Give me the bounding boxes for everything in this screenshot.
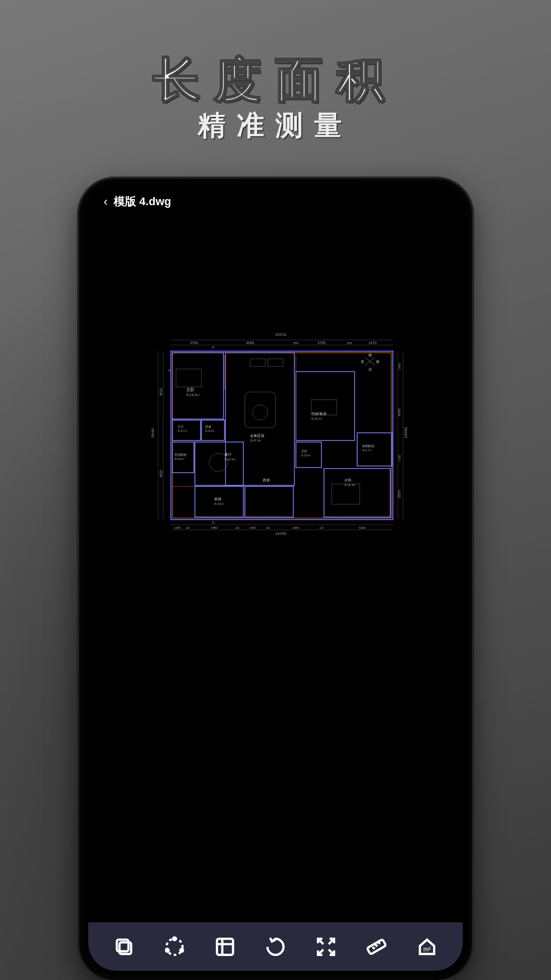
svg-rect-42 xyxy=(217,939,233,955)
svg-rect-16 xyxy=(226,353,294,485)
svg-point-41 xyxy=(166,949,168,951)
svg-rect-20 xyxy=(324,469,390,517)
svg-rect-26 xyxy=(250,359,265,366)
room-area-5: S:3.9㎡ xyxy=(214,502,224,505)
compass-e: 东 xyxy=(361,360,364,363)
room-label-11: 休闲阳台 xyxy=(362,445,374,448)
room-area-11: S:3.7㎡ xyxy=(362,449,372,452)
room-label-7: 西厨 xyxy=(263,478,270,482)
svg-rect-10 xyxy=(172,353,223,419)
svg-line-50 xyxy=(372,946,374,949)
dim-top-3: 2760 xyxy=(317,341,325,345)
svg-rect-14 xyxy=(195,442,243,485)
svg-rect-28 xyxy=(332,484,360,504)
room-area-6: S:47.3㎡ xyxy=(250,439,262,442)
dim-top-1: 4680 xyxy=(246,341,254,345)
phone-screen: ‹ 模版 4.dwg 15210 3700 4680 25 xyxy=(88,188,463,971)
bottom-toolbar: m² xyxy=(88,922,463,971)
dim-right-total: 10595 xyxy=(404,427,408,438)
dim-bottom-6: 2900 xyxy=(292,526,299,529)
room-area-3: S:3.6㎡ xyxy=(174,457,185,460)
dim-top-4: 250 xyxy=(347,341,353,345)
svg-point-23 xyxy=(253,405,268,420)
dim-top-0: 3700 xyxy=(190,341,198,345)
ruler-icon[interactable] xyxy=(366,936,387,958)
room-label-10: 次卧 xyxy=(344,478,352,482)
phone-mockup-frame: ‹ 模版 4.dwg 15210 3700 4680 25 xyxy=(79,179,472,980)
file-name-label: 模版 4.dwg xyxy=(114,194,171,209)
undo-icon[interactable] xyxy=(265,936,286,958)
room-label-0: 主卧 xyxy=(186,387,194,392)
svg-rect-15 xyxy=(195,486,243,517)
dim-bottom-0: 1355 xyxy=(174,526,181,529)
dim-right-0: 1450 xyxy=(398,363,401,370)
svg-rect-22 xyxy=(176,369,202,387)
room-label-4: 餐厅 xyxy=(224,453,232,456)
promo-title-sub: 精准测量 xyxy=(198,107,353,144)
room-area-0: S:14.3㎡ xyxy=(186,393,200,397)
svg-rect-29 xyxy=(245,392,276,428)
expand-icon[interactable] xyxy=(315,936,337,958)
dim-bottom-2: 3480 xyxy=(211,526,218,529)
svg-rect-17 xyxy=(245,486,293,517)
room-label-3: 生活阳台 xyxy=(174,453,187,456)
section-marker: A xyxy=(212,345,215,350)
dim-top-5: 1470 xyxy=(368,341,377,345)
layout-icon[interactable] xyxy=(214,936,236,958)
dim-bottom-3: 120 xyxy=(235,526,240,529)
circle-icon[interactable] xyxy=(164,936,185,958)
room-label-6: 会客区域 xyxy=(250,434,264,437)
dim-bottom-4: 1400 xyxy=(249,526,256,529)
room-label-5: 厨房 xyxy=(214,497,221,501)
dim-bottom-7: 120 xyxy=(319,526,324,529)
dim-top-2: 250 xyxy=(293,341,299,345)
dim-bottom-5: 120 xyxy=(266,526,270,529)
room-label-9: 书房/客房 xyxy=(311,412,327,415)
room-label-1: 卫卫 xyxy=(178,425,184,428)
compass-s: 南 xyxy=(368,353,372,357)
svg-rect-9 xyxy=(172,353,391,518)
room-area-4: S:10.9㎡ xyxy=(224,458,236,461)
dim-right-1: 4440 xyxy=(397,408,401,416)
section-marker: B xyxy=(168,368,171,373)
room-area-8: S:2.6㎡ xyxy=(301,454,311,457)
promo-title-main: 长度面积 xyxy=(153,48,398,112)
back-icon[interactable]: ‹ xyxy=(104,194,108,209)
svg-point-40 xyxy=(180,949,183,951)
room-label-2: 过道 xyxy=(205,425,211,428)
svg-line-51 xyxy=(375,944,378,946)
dim-total-width: 15210 xyxy=(275,332,287,337)
room-area-9: S:13.1㎡ xyxy=(311,417,323,420)
dim-bottom-total: 14760 xyxy=(275,531,287,536)
layers-icon[interactable] xyxy=(113,936,135,958)
dim-bottom-1: 220 xyxy=(186,526,190,529)
svg-text:m²: m² xyxy=(423,945,431,952)
svg-rect-27 xyxy=(268,359,283,366)
dim-total-height: 9940 xyxy=(151,428,155,437)
compass-n: 北 xyxy=(368,368,372,371)
room-area-2: S:3.3㎡ xyxy=(205,429,215,432)
svg-rect-19 xyxy=(296,372,355,440)
app-header: ‹ 模版 4.dwg xyxy=(104,194,171,209)
compass-w: 西 xyxy=(376,360,380,363)
room-label-8: 卫生 xyxy=(301,450,307,453)
dim-right-2: 1730 xyxy=(398,455,401,462)
dim-bottom-8: 5020 xyxy=(359,526,366,529)
floorplan-canvas[interactable]: 15210 3700 4680 250 2760 250 1470 9940 4… xyxy=(143,331,408,545)
section-marker: A xyxy=(212,520,215,525)
svg-point-39 xyxy=(173,937,176,940)
dim-left-1: 4820 xyxy=(159,470,163,478)
dim-right-3: 2500 xyxy=(397,490,401,498)
room-area-1: S:3.7㎡ xyxy=(178,429,188,432)
room-area-10: S:12.4㎡ xyxy=(344,483,356,486)
home-area-icon[interactable]: m² xyxy=(416,936,438,958)
dim-left-0: 4620 xyxy=(159,388,163,396)
